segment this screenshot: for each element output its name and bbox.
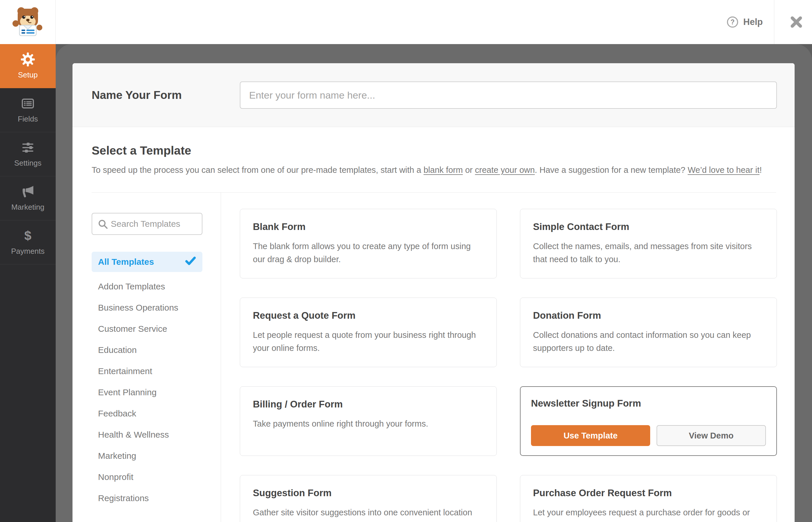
category-feedback[interactable]: Feedback — [92, 403, 202, 424]
template-description: The blank form allows you to create any … — [253, 240, 484, 266]
category-customer-service[interactable]: Customer Service — [92, 318, 202, 339]
template-card-blank-form[interactable]: Blank Form The blank form allows you to … — [240, 209, 497, 278]
template-title: Donation Form — [533, 310, 764, 321]
template-card-newsletter-signup-form[interactable]: Newsletter Signup Form Use Template View… — [520, 386, 777, 456]
nav-item-settings[interactable]: Settings — [0, 132, 56, 176]
close-builder-button[interactable] — [781, 0, 812, 44]
nav-label-payments: Payments — [11, 247, 45, 256]
dollar-icon: $ — [21, 229, 35, 243]
template-description: Collect the names, emails, and messages … — [533, 240, 764, 266]
category-addon-templates[interactable]: Addon Templates — [92, 276, 202, 297]
template-description: Take payments online right through your … — [253, 417, 484, 430]
template-title: Suggestion Form — [253, 487, 484, 499]
category-all-templates[interactable]: All Templates — [92, 252, 202, 272]
template-grid: Blank Form The blank form allows you to … — [240, 209, 777, 522]
template-title: Billing / Order Form — [253, 399, 484, 410]
horizontal-divider — [92, 192, 776, 193]
template-card-purchase-order-request-form[interactable]: Purchase Order Request Form Let your emp… — [520, 475, 777, 522]
template-description: Let your employees request a purchase or… — [533, 506, 764, 522]
fields-list-icon — [21, 97, 35, 111]
help-label: Help — [743, 17, 763, 27]
template-description: Collect donations and contact informatio… — [533, 328, 764, 355]
nav-item-marketing[interactable]: Marketing — [0, 176, 56, 220]
category-marketing[interactable]: Marketing — [92, 445, 202, 466]
wpforms-bear-icon — [12, 6, 44, 38]
nav-item-setup[interactable]: Setup — [0, 44, 56, 88]
category-list: Addon Templates Business Operations Cust… — [92, 276, 202, 509]
help-icon: ? — [727, 16, 739, 28]
template-title: Purchase Order Request Form — [533, 487, 764, 499]
search-icon — [98, 219, 108, 231]
template-card-donation-form[interactable]: Donation Form Collect donations and cont… — [520, 298, 777, 367]
intro-text-4: ! — [759, 165, 762, 175]
template-card-simple-contact-form[interactable]: Simple Contact Form Collect the names, e… — [520, 209, 777, 278]
name-form-title: Name Your Form — [92, 63, 182, 127]
wpforms-logo — [0, 0, 56, 44]
template-search — [92, 213, 202, 235]
megaphone-icon — [21, 185, 35, 199]
category-registrations[interactable]: Registrations — [92, 487, 202, 509]
nav-item-payments[interactable]: $ Payments — [0, 220, 56, 264]
category-entertainment[interactable]: Entertainment — [92, 360, 202, 382]
template-title: Blank Form — [253, 221, 484, 232]
nav-label-settings: Settings — [14, 159, 41, 168]
nav-label-fields: Fields — [18, 115, 38, 123]
topbar-divider — [774, 0, 774, 44]
close-icon — [790, 15, 803, 29]
template-description: Gather site visitor suggestions into one… — [253, 506, 484, 522]
template-intro-text: To speed up the process you can select f… — [92, 165, 762, 175]
category-nonprofit[interactable]: Nonprofit — [92, 466, 202, 487]
category-education[interactable]: Education — [92, 339, 202, 360]
template-card-billing-order-form[interactable]: Billing / Order Form Take payments onlin… — [240, 386, 497, 456]
nav-label-marketing: Marketing — [11, 203, 44, 212]
template-card-suggestion-form[interactable]: Suggestion Form Gather site visitor sugg… — [240, 475, 497, 522]
sliders-icon — [21, 141, 35, 155]
select-template-title: Select a Template — [92, 144, 191, 158]
template-title: Request a Quote Form — [253, 310, 484, 321]
help-button[interactable]: ? Help — [727, 0, 763, 44]
intro-text-2: or — [463, 165, 475, 175]
template-description: Let people request a quote from your bus… — [253, 328, 484, 355]
builder-nav: Setup Fields — [0, 44, 56, 522]
search-templates-input[interactable] — [92, 214, 202, 234]
view-demo-button[interactable]: View Demo — [656, 425, 766, 446]
category-event-planning[interactable]: Event Planning — [92, 382, 202, 403]
blank-form-link[interactable]: blank form — [423, 165, 463, 175]
category-health-wellness[interactable]: Health & Wellness — [92, 424, 202, 445]
name-form-section: Name Your Form — [73, 63, 795, 127]
gear-icon — [21, 53, 35, 66]
setup-panel: Name Your Form Select a Template To spee… — [73, 63, 795, 522]
intro-text-3: . Have a suggestion for a new template? — [535, 165, 688, 175]
top-bar: ? Help — [0, 0, 812, 44]
svg-text:?: ? — [731, 18, 735, 26]
checkmark-icon — [185, 256, 196, 268]
wpforms-builder: ? Help — [0, 0, 812, 522]
active-category-label: All Templates — [98, 257, 154, 267]
vertical-divider — [221, 192, 221, 522]
suggestion-link[interactable]: We’d love to hear it — [688, 165, 759, 175]
form-name-input[interactable] — [240, 81, 777, 109]
nav-label-setup: Setup — [18, 71, 38, 79]
category-business-operations[interactable]: Business Operations — [92, 297, 202, 318]
template-title: Newsletter Signup Form — [531, 398, 766, 409]
template-card-actions: Use Template View Demo — [531, 425, 766, 446]
template-card-request-a-quote-form[interactable]: Request a Quote Form Let people request … — [240, 298, 497, 367]
create-your-own-link[interactable]: create your own — [475, 165, 535, 175]
template-title: Simple Contact Form — [533, 221, 764, 232]
intro-text-1: To speed up the process you can select f… — [92, 165, 423, 175]
nav-item-fields[interactable]: Fields — [0, 88, 56, 132]
use-template-button[interactable]: Use Template — [531, 425, 650, 446]
